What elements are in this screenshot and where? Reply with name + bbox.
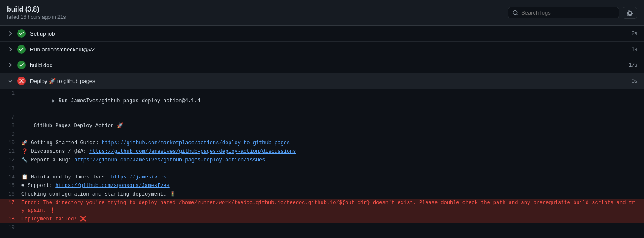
log-line-error[interactable]: 18 Deployment failed! ❌ (0, 215, 644, 223)
log-line[interactable]: 16 Checking configuration and starting d… (0, 190, 644, 199)
job-name: Deploy 🚀 to github pages (30, 78, 632, 84)
log-line[interactable]: 9 (0, 130, 644, 139)
status-success-icon (17, 45, 26, 54)
log-line-content (21, 131, 637, 138)
job-name: Set up job (30, 30, 632, 37)
job-name: Run actions/checkout@v2 (30, 46, 632, 53)
chevron-down-icon (7, 77, 14, 84)
log-line[interactable]: 8 GitHub Pages Deploy Action 🚀 (0, 122, 644, 130)
log-line-content (21, 113, 637, 121)
log-line[interactable]: 1 ▶ Run JamesIves/github-pages-deploy-ac… (0, 89, 644, 113)
log-line-number: 9 (0, 131, 21, 138)
log-line[interactable]: 10 🚀 Getting Started Guide: https://gith… (0, 139, 644, 147)
status-failed-icon (17, 77, 26, 85)
header: build (3.8) failed 16 hours ago in 21s (0, 0, 644, 26)
log-line[interactable]: 14 📋 Maintained by James Ives: https://j… (0, 173, 644, 181)
log-line-content: Checking configuration and starting depl… (21, 190, 637, 198)
log-line[interactable]: 12 🔧 Report a Bug: https://github.com/Ja… (0, 156, 644, 164)
maintained-link[interactable]: https://jamesiv.es (111, 174, 167, 180)
getting-started-link[interactable]: https://github.com/marketplace/actions/d… (102, 140, 290, 146)
log-line-number: 13 (0, 165, 21, 173)
discussions-link[interactable]: https://github.com/JamesIves/github-page… (89, 149, 296, 155)
app-container: build (3.8) failed 16 hours ago in 21s (0, 0, 644, 232)
search-input[interactable] (521, 9, 614, 16)
job-name: build doc (30, 62, 629, 68)
settings-button[interactable] (623, 7, 637, 19)
job-duration: 1s (632, 46, 637, 52)
log-line-number: 17 (0, 199, 21, 207)
chevron-right-icon (7, 30, 14, 37)
log-line-content (21, 165, 637, 173)
log-line-content-error: Deployment failed! ❌ (21, 215, 637, 223)
deploy-job-row[interactable]: Deploy 🚀 to github pages 0s (0, 73, 644, 89)
log-section: 1 ▶ Run JamesIves/github-pages-deploy-ac… (0, 89, 644, 232)
log-line-number: 1 (0, 89, 21, 97)
report-bug-link[interactable]: https://github.com/JamesIves/github-page… (74, 157, 265, 163)
log-line-number: 8 (0, 122, 21, 130)
header-right (508, 7, 637, 19)
log-line[interactable]: 15 ❤️ Support: https://github.com/sponso… (0, 181, 644, 190)
job-row[interactable]: build doc 17s (0, 57, 644, 73)
job-duration: 2s (632, 30, 637, 36)
log-line-content: ▶ Run JamesIves/github-pages-deploy-acti… (21, 89, 637, 113)
header-left: build (3.8) failed 16 hours ago in 21s (7, 6, 66, 20)
build-subtitle: failed 16 hours ago in 21s (7, 14, 66, 20)
log-line-content: 📋 Maintained by James Ives: https://jame… (21, 173, 637, 181)
job-row[interactable]: Run actions/checkout@v2 1s (0, 42, 644, 57)
log-line-number: 16 (0, 190, 21, 198)
gear-icon (626, 9, 633, 16)
log-line-number: 12 (0, 156, 21, 164)
log-line-content: GitHub Pages Deploy Action 🚀 (21, 122, 637, 130)
status-success-icon (17, 61, 26, 69)
log-line[interactable]: 19 (0, 223, 644, 232)
job-duration: 17s (629, 62, 637, 68)
log-line-content: ❓ Discussions / Q&A: https://github.com/… (21, 148, 637, 155)
log-line-content: 🔧 Report a Bug: https://github.com/James… (21, 156, 637, 164)
log-line-number: 15 (0, 182, 21, 190)
log-line[interactable]: 7 (0, 113, 644, 122)
job-list: Set up job 2s Run actions/checkout@v2 1s… (0, 26, 644, 232)
log-line-number: 11 (0, 148, 21, 155)
log-line-number: 18 (0, 215, 21, 223)
log-line-content: 🚀 Getting Started Guide: https://github.… (21, 139, 637, 147)
job-row[interactable]: Set up job 2s (0, 26, 644, 42)
chevron-right-icon (7, 62, 14, 68)
search-box[interactable] (508, 7, 619, 18)
job-duration: 0s (632, 78, 637, 84)
status-success-icon (17, 29, 26, 38)
log-line-content (21, 224, 637, 232)
chevron-right-icon (7, 46, 14, 53)
build-title: build (3.8) (7, 6, 66, 13)
log-line-error[interactable]: 17 Error: The directory you're trying to… (0, 199, 644, 215)
log-line-number: 19 (0, 224, 21, 232)
log-line-content-error: Error: The directory you're trying to de… (21, 199, 637, 214)
log-line-number: 10 (0, 139, 21, 147)
log-line[interactable]: 13 (0, 164, 644, 173)
support-link[interactable]: https://github.com/sponsors/JamesIves (55, 183, 169, 189)
log-line-content: ❤️ Support: https://github.com/sponsors/… (21, 182, 637, 190)
log-line[interactable]: 11 ❓ Discussions / Q&A: https://github.c… (0, 147, 644, 156)
log-line-number: 14 (0, 173, 21, 181)
search-icon (513, 10, 519, 16)
log-line-number: 7 (0, 113, 21, 121)
